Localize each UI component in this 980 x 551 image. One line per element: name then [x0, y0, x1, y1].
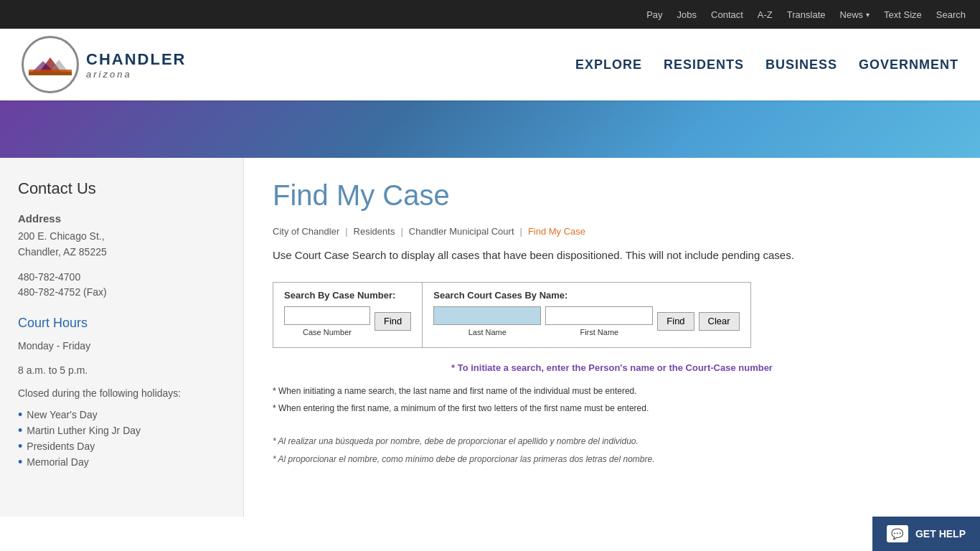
case-number-label: Search By Case Number:: [284, 290, 411, 301]
logo-text: CHANDLER arizona: [86, 50, 186, 80]
name-inputs: Last Name First Name Find Clear: [433, 306, 739, 336]
search-form: Search By Case Number: Case Number Find …: [273, 282, 751, 348]
last-name-field-group: Last Name: [433, 306, 541, 336]
list-item: • New Year's Day: [18, 407, 225, 423]
last-name-field-label: Last Name: [468, 328, 507, 336]
topbar-jobs[interactable]: Jobs: [677, 9, 697, 20]
last-name-input[interactable]: [433, 306, 541, 325]
nav-business[interactable]: BUSINESS: [765, 57, 837, 72]
list-item: • Memorial Day: [18, 454, 225, 470]
topbar-az[interactable]: A-Z: [758, 9, 773, 20]
case-number-section: Search By Case Number: Case Number Find: [273, 283, 423, 347]
name-search-section: Search Court Cases By Name: Last Name Fi…: [423, 283, 750, 347]
first-name-field-label: First Name: [580, 328, 618, 336]
nav-government[interactable]: GOVERNMENT: [859, 57, 958, 72]
topbar-news-container: News ▾: [840, 9, 870, 20]
bullet-icon: •: [18, 424, 22, 437]
main-header: CHANDLER arizona EXPLORE RESIDENTS BUSIN…: [0, 29, 980, 100]
phone2: 480-782-4752 (Fax): [18, 286, 225, 298]
bullet-icon: •: [18, 408, 22, 421]
svg-rect-4: [29, 72, 72, 75]
page-description: Use Court Case Search to display all cas…: [273, 248, 951, 264]
sidebar-address: 200 E. Chicago St., Chandler, AZ 85225: [18, 228, 225, 260]
nav-explore[interactable]: EXPLORE: [575, 57, 642, 72]
breadcrumb-sep3: |: [520, 226, 522, 237]
address-label: Address: [18, 212, 225, 225]
holiday-list: • New Year's Day • Martin Luther King Jr…: [18, 407, 225, 470]
search-instructions: * When initiating a name search, the las…: [273, 384, 951, 468]
instruction2: * When entering the first name, a minimu…: [273, 401, 951, 417]
topbar-news[interactable]: News: [840, 9, 864, 20]
instruction4: * Al proporcionar el nombre, como mínimo…: [273, 452, 951, 468]
topbar-pay[interactable]: Pay: [646, 9, 662, 20]
topbar-search[interactable]: Search: [936, 9, 966, 20]
logo-circle: [22, 36, 79, 93]
topbar-textsize[interactable]: Text Size: [884, 9, 922, 20]
breadcrumb-city[interactable]: City of Chandler: [273, 226, 339, 237]
clear-button[interactable]: Clear: [699, 312, 740, 331]
breadcrumb-residents[interactable]: Residents: [354, 226, 395, 237]
hero-banner: [0, 100, 980, 158]
logo-chandler: CHANDLER: [86, 50, 186, 69]
list-item: • Martin Luther King Jr Day: [18, 423, 225, 438]
nav-residents[interactable]: RESIDENTS: [664, 57, 744, 72]
first-name-field-group: First Name: [545, 306, 653, 336]
holidays-intro: Closed during the following holidays:: [18, 386, 225, 401]
news-dropdown-arrow: ▾: [866, 11, 870, 19]
search-form-row: Search By Case Number: Case Number Find …: [273, 283, 750, 347]
address-line2: Chandler, AZ 85225: [18, 246, 107, 258]
court-hours-time: 8 a.m. to 5 p.m.: [18, 362, 225, 380]
breadcrumb-current: Find My Case: [528, 226, 585, 237]
case-inputs: Case Number Find: [284, 306, 411, 336]
breadcrumb-court[interactable]: Chandler Municipal Court: [409, 226, 514, 237]
main-content: Find My Case City of Chandler | Resident…: [244, 158, 980, 517]
case-number-field-group: Case Number: [284, 306, 370, 336]
logo-svg: [29, 54, 72, 75]
logo-arizona: arizona: [86, 69, 186, 80]
court-hours-title: Court Hours: [18, 316, 225, 331]
list-item: • Presidents Day: [18, 438, 225, 454]
breadcrumb: City of Chandler | Residents | Chandler …: [273, 226, 951, 237]
main-nav: EXPLORE RESIDENTS BUSINESS GOVERNMENT: [575, 57, 958, 72]
case-find-button[interactable]: Find: [374, 312, 411, 331]
sidebar-title: Contact Us: [18, 179, 225, 198]
page-title: Find My Case: [273, 179, 951, 212]
instruction3: * Al realizar una búsqueda por nombre, d…: [273, 434, 951, 450]
top-bar: Pay Jobs Contact A-Z Translate News ▾ Te…: [0, 0, 980, 29]
address-line1: 200 E. Chicago St.,: [18, 230, 105, 242]
bullet-icon: •: [18, 440, 22, 453]
name-search-label: Search Court Cases By Name:: [433, 290, 739, 301]
page-layout: Contact Us Address 200 E. Chicago St., C…: [0, 158, 980, 517]
bullet-icon: •: [18, 456, 22, 468]
breadcrumb-sep1: |: [345, 226, 347, 237]
name-find-button[interactable]: Find: [657, 312, 694, 331]
case-number-field-label: Case Number: [303, 328, 352, 336]
breadcrumb-sep2: |: [400, 226, 402, 237]
topbar-translate[interactable]: Translate: [787, 9, 826, 20]
case-number-input[interactable]: [284, 306, 370, 325]
first-name-input[interactable]: [545, 306, 653, 325]
search-hint: * To initiate a search, enter the Person…: [273, 362, 951, 373]
instruction1: * When initiating a name search, the las…: [273, 384, 951, 400]
logo: CHANDLER arizona: [22, 36, 186, 93]
sidebar: Contact Us Address 200 E. Chicago St., C…: [0, 158, 244, 517]
court-hours-days: Monday - Friday: [18, 338, 225, 355]
phone1: 480-782-4700: [18, 271, 225, 283]
topbar-contact[interactable]: Contact: [711, 9, 743, 20]
